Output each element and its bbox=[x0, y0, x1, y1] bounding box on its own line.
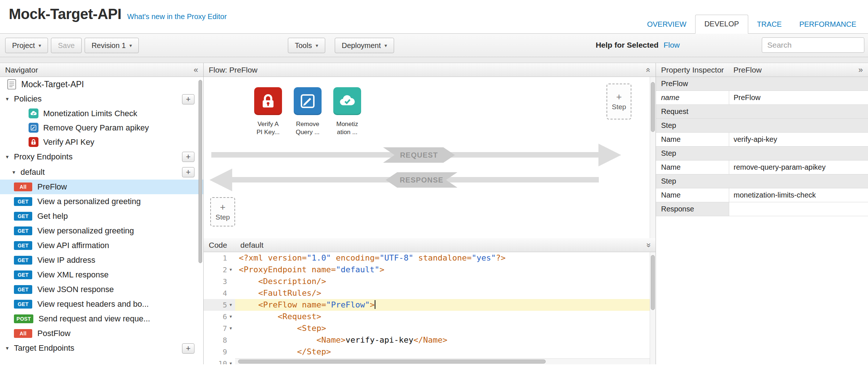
response-arrowhead-icon bbox=[209, 169, 232, 191]
method-badge: All bbox=[14, 329, 32, 338]
code-panel-title: Code bbox=[209, 241, 227, 250]
policy-item-label: Verify API Key bbox=[43, 137, 94, 147]
policy-item[interactable]: Monetization Limits Check bbox=[0, 106, 203, 121]
collapse-code-panel-icon[interactable]: « bbox=[644, 243, 652, 247]
save-button[interactable]: Save bbox=[51, 38, 82, 53]
code-line[interactable]: 2 ▾ <ProxyEndpoint name="default"> bbox=[204, 264, 656, 276]
inspector-row-value[interactable]: monetization-limits-check bbox=[729, 188, 868, 202]
search-input[interactable] bbox=[762, 37, 864, 53]
expand-inspector-icon[interactable]: » bbox=[858, 66, 863, 74]
code-vertical-scrollbar bbox=[650, 252, 656, 364]
tab-trace[interactable]: TRACE bbox=[748, 15, 791, 34]
step-button-label: Step bbox=[215, 213, 230, 221]
add-step-button-request[interactable]: + Step bbox=[607, 84, 631, 119]
endpoint-item[interactable]: GET View API affirmation bbox=[0, 238, 203, 253]
inspector-header: Property Inspector PreFlow » bbox=[656, 63, 868, 77]
nav-section-policies[interactable]: ▾ Policies + bbox=[0, 92, 203, 106]
inspector-row-value[interactable]: remove-query-param-apikey bbox=[729, 161, 868, 174]
project-button[interactable]: Project ▾ bbox=[5, 38, 48, 53]
inspector-row-label: Step bbox=[656, 147, 868, 160]
endpoint-item[interactable]: GET View a personalized greeting bbox=[0, 194, 203, 209]
code-gutter: 10 ▾ bbox=[204, 358, 235, 364]
inspector-row-label: Step bbox=[656, 119, 868, 132]
code-line[interactable]: 4 <FaultRules/> bbox=[204, 287, 656, 299]
inspector-row: Name verify-api-key bbox=[656, 133, 868, 147]
endpoint-item[interactable]: All PostFlow bbox=[0, 326, 203, 341]
tab-performance[interactable]: PERFORMANCE bbox=[790, 15, 865, 34]
nav-section-target-endpoints[interactable]: ▾ Target Endpoints + bbox=[0, 341, 203, 355]
method-badge: GET bbox=[14, 212, 32, 221]
endpoint-item[interactable]: GET Get help bbox=[0, 209, 203, 224]
add-proxy-endpoint-button[interactable]: + bbox=[182, 152, 194, 162]
disclosure-triangle-icon: ▾ bbox=[6, 345, 14, 351]
nav-section-proxy-endpoints[interactable]: ▾ Proxy Endpoints + bbox=[0, 149, 203, 165]
endpoint-item[interactable]: POST Send request and view reque... bbox=[0, 311, 203, 326]
add-policy-button[interactable]: + bbox=[182, 94, 194, 104]
add-flow-button[interactable]: + bbox=[182, 167, 194, 177]
nav-root-item[interactable]: Mock-Target-API bbox=[0, 77, 203, 92]
toolbar-gap bbox=[0, 57, 868, 63]
inspector-subject: PreFlow bbox=[734, 66, 762, 74]
code-vertical-scrollbar-thumb[interactable] bbox=[651, 255, 655, 310]
fold-marker-icon[interactable]: ▾ bbox=[227, 311, 234, 322]
navigator-scrollbar-thumb[interactable] bbox=[199, 80, 202, 263]
code-token: ?> bbox=[496, 253, 506, 262]
tab-develop[interactable]: DEVELOP bbox=[695, 15, 748, 34]
code-line-content: <ProxyEndpoint name="default"> bbox=[235, 264, 656, 276]
flow-help-link[interactable]: Flow bbox=[664, 41, 680, 49]
endpoint-item[interactable]: GET View XML response bbox=[0, 268, 203, 282]
endpoint-item[interactable]: GET View JSON response bbox=[0, 282, 203, 297]
code-token: <Request> bbox=[239, 312, 321, 321]
code-line[interactable]: 1 <?xml version="1.0" encoding="UTF-8" s… bbox=[204, 252, 656, 264]
endpoint-item-label: View API affirmation bbox=[37, 241, 109, 250]
collapse-navigator-icon[interactable]: « bbox=[194, 66, 198, 74]
nav-group-default[interactable]: ▾ default + bbox=[0, 165, 203, 180]
fold-marker-icon[interactable]: ▾ bbox=[227, 299, 234, 311]
tools-button[interactable]: Tools ▾ bbox=[288, 38, 325, 53]
endpoint-item[interactable]: GET View request headers and bo... bbox=[0, 297, 203, 311]
policy-item[interactable]: Verify API Key bbox=[0, 135, 203, 149]
inspector-row-label: Response bbox=[656, 202, 729, 216]
endpoint-item[interactable]: GET View IP address bbox=[0, 253, 203, 268]
toolbar: Project ▾ Save Revision 1 ▾ Tools ▾ Depl… bbox=[0, 34, 868, 57]
method-badge: GET bbox=[14, 300, 32, 309]
fold-marker-icon[interactable]: ▾ bbox=[227, 264, 234, 276]
inspector-row: PreFlow bbox=[656, 77, 868, 91]
inspector-row-value[interactable] bbox=[729, 202, 868, 216]
collapse-flow-panel-icon[interactable]: « bbox=[644, 67, 652, 72]
flow-scrollbar-thumb[interactable] bbox=[651, 82, 655, 132]
code-line[interactable]: 8 <Name>verify-api-key</Name> bbox=[204, 334, 656, 346]
code-line[interactable]: 9 </Step> bbox=[204, 346, 656, 358]
flow-policy-node[interactable]: Monetiz ation ... bbox=[325, 87, 369, 136]
endpoint-item[interactable]: GET View personalized greeting bbox=[0, 224, 203, 238]
tools-button-label: Tools bbox=[295, 41, 312, 50]
endpoint-item-label: PostFlow bbox=[37, 329, 70, 338]
inspector-row-value[interactable]: PreFlow bbox=[729, 91, 868, 104]
code-horizontal-scrollbar-thumb[interactable] bbox=[238, 360, 546, 364]
code-editor[interactable]: 1 <?xml version="1.0" encoding="UTF-8" s… bbox=[204, 252, 656, 364]
toolbar-left-group: Project ▾ Save Revision 1 ▾ bbox=[5, 38, 139, 53]
request-arrowhead-icon bbox=[598, 144, 621, 166]
policy-item[interactable]: Remove Query Param apikey bbox=[0, 121, 203, 135]
whats-new-link[interactable]: What's new in the Proxy Editor bbox=[127, 12, 227, 21]
flow-policy-node[interactable]: Remove Query ... bbox=[286, 87, 330, 136]
flow-policy-node[interactable]: Verify A PI Key... bbox=[246, 87, 290, 136]
tab-overview[interactable]: OVERVIEW bbox=[638, 15, 695, 34]
code-token: </Step> bbox=[239, 347, 331, 356]
revision-button[interactable]: Revision 1 ▾ bbox=[85, 38, 139, 53]
deployment-button[interactable]: Deployment ▾ bbox=[335, 38, 394, 53]
code-line[interactable]: 3 <Description/> bbox=[204, 276, 656, 287]
code-token: > bbox=[370, 300, 375, 309]
code-gutter: 4 bbox=[204, 287, 235, 299]
code-line[interactable]: 7 ▾ <Step> bbox=[204, 322, 656, 334]
endpoint-item-label: PreFlow bbox=[37, 182, 67, 192]
endpoint-item[interactable]: All PreFlow bbox=[0, 180, 203, 194]
code-line[interactable]: 5 ▾ <PreFlow name="PreFlow"> bbox=[204, 299, 656, 311]
code-line[interactable]: 6 ▾ <Request> bbox=[204, 311, 656, 322]
add-step-button-response[interactable]: + Step bbox=[210, 197, 235, 226]
fold-marker-icon[interactable]: ▾ bbox=[227, 322, 234, 334]
inspector-row-value[interactable]: verify-api-key bbox=[729, 133, 868, 146]
add-target-endpoint-button[interactable]: + bbox=[182, 343, 194, 354]
code-token: <Name> bbox=[239, 335, 345, 344]
fold-marker-icon[interactable]: ▾ bbox=[227, 358, 234, 364]
